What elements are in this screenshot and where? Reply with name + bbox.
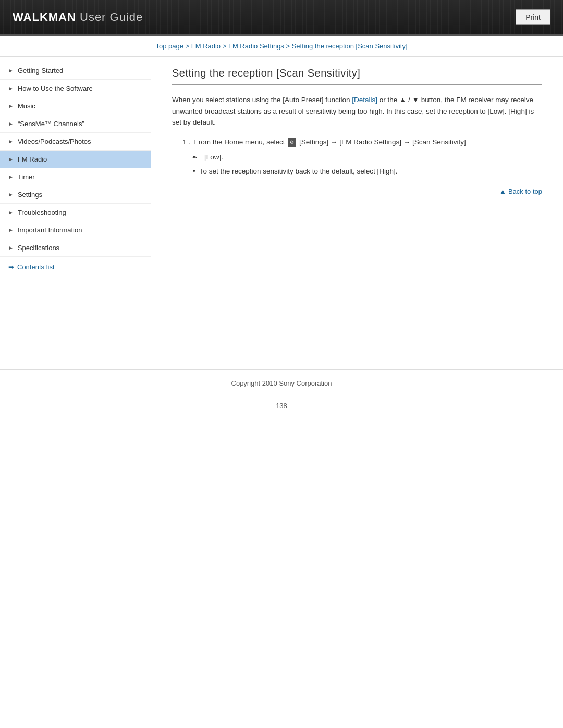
sidebar-item-how-to-use[interactable]: ► How to Use the Software: [0, 80, 151, 97]
sidebar-item-label: Music: [18, 102, 35, 110]
sidebar-item-label: Timer: [18, 173, 35, 181]
sidebar-item-getting-started[interactable]: ► Getting Started: [0, 62, 151, 80]
chevron-right-icon: ►: [8, 174, 14, 180]
sidebar-item-fm-radio[interactable]: ► FM Radio: [0, 151, 151, 168]
sub-item-arrow-low: → [Low].: [193, 152, 542, 163]
main-layout: ► Getting Started ► How to Use the Softw…: [0, 57, 563, 369]
print-button[interactable]: Print: [516, 9, 550, 25]
sidebar-item-label: Specifications: [18, 244, 59, 252]
brand-walkman: WALKMAN: [13, 10, 76, 23]
chevron-right-icon: ►: [8, 85, 14, 91]
sidebar-item-label: “SensMe™ Channels”: [18, 120, 84, 128]
chevron-right-icon: ►: [8, 209, 14, 215]
sidebar-item-settings[interactable]: ► Settings: [0, 186, 151, 204]
sidebar-item-label: How to Use the Software: [18, 84, 93, 92]
breadcrumb-top-page[interactable]: Top page: [155, 42, 183, 50]
footer: Copyright 2010 Sony Corporation: [0, 369, 563, 397]
steps-list: 1 . From the Home menu, select ⚙ [Settin…: [182, 137, 542, 177]
contents-list-link[interactable]: ➡ Contents list: [0, 257, 151, 277]
back-to-top-label: Back to top: [508, 188, 542, 195]
sidebar: ► Getting Started ► How to Use the Softw…: [0, 57, 151, 369]
chevron-right-icon: ►: [8, 192, 14, 198]
contents-list-label: Contents list: [17, 263, 55, 271]
step-1: 1 . From the Home menu, select ⚙ [Settin…: [182, 137, 542, 177]
chevron-right-icon: ►: [8, 68, 14, 73]
step-1-bullet-list: To set the reception sensitivity back to…: [193, 166, 542, 177]
step-1-sub-list: → [Low].: [193, 152, 542, 163]
breadcrumb-sep2: >: [221, 42, 228, 50]
sidebar-item-label: Videos/Podcasts/Photos: [18, 138, 91, 145]
sidebar-item-label: Important Information: [18, 226, 82, 234]
bullet-high: To set the reception sensitivity back to…: [193, 166, 542, 177]
step-1-text: 1 . From the Home menu, select ⚙ [Settin…: [182, 138, 466, 146]
chevron-right-icon: ►: [8, 121, 14, 127]
settings-icon: ⚙: [288, 138, 296, 147]
chevron-right-icon: ►: [8, 139, 14, 144]
chevron-right-icon: ►: [8, 245, 14, 251]
back-to-top-section: ▲Back to top: [172, 188, 542, 195]
sidebar-item-troubleshooting[interactable]: ► Troubleshooting: [0, 204, 151, 221]
sidebar-item-label: Getting Started: [18, 67, 63, 75]
copyright-text: Copyright 2010 Sony Corporation: [231, 379, 332, 387]
page-title: Setting the reception [Scan Sensitivity]: [172, 67, 542, 85]
bullet-high-label: To set the reception sensitivity back to…: [200, 166, 398, 177]
breadcrumb-fm-radio-settings[interactable]: FM Radio Settings: [228, 42, 284, 50]
arrow-low-label: [Low].: [204, 153, 223, 161]
triangle-up-icon: ▲: [499, 188, 506, 195]
sidebar-item-timer[interactable]: ► Timer: [0, 168, 151, 186]
content-area: Setting the reception [Scan Sensitivity]…: [151, 57, 563, 369]
sidebar-item-videos[interactable]: ► Videos/Podcasts/Photos: [0, 133, 151, 151]
sidebar-item-label: Settings: [18, 191, 42, 199]
breadcrumb-sep1: >: [183, 42, 191, 50]
intro-paragraph: When you select stations using the [Auto…: [172, 94, 542, 128]
back-to-top-link[interactable]: ▲Back to top: [499, 188, 542, 195]
chevron-right-icon: ►: [8, 156, 14, 162]
sidebar-item-sensme[interactable]: ► “SensMe™ Channels”: [0, 115, 151, 133]
header-title: WALKMAN User Guide: [13, 10, 143, 24]
page-number: 138: [0, 397, 563, 415]
sidebar-item-music[interactable]: ► Music: [0, 97, 151, 115]
arrow-right-icon: ➡: [8, 263, 14, 271]
sidebar-item-label: Troubleshooting: [18, 208, 66, 216]
header: WALKMAN User Guide Print: [0, 0, 563, 36]
brand-user-guide: User Guide: [76, 10, 143, 23]
sidebar-item-label: FM Radio: [18, 155, 47, 163]
breadcrumb-fm-radio[interactable]: FM Radio: [191, 42, 221, 50]
sidebar-item-important-info[interactable]: ► Important Information: [0, 221, 151, 239]
breadcrumb: Top page > FM Radio > FM Radio Settings …: [0, 36, 563, 57]
chevron-right-icon: ►: [8, 227, 14, 233]
breadcrumb-current[interactable]: Setting the reception [Scan Sensitivity]: [292, 42, 408, 50]
sidebar-item-specifications[interactable]: ► Specifications: [0, 239, 151, 257]
breadcrumb-sep3: >: [284, 42, 292, 50]
details-link[interactable]: [Details]: [352, 96, 377, 104]
chevron-right-icon: ►: [8, 103, 14, 109]
